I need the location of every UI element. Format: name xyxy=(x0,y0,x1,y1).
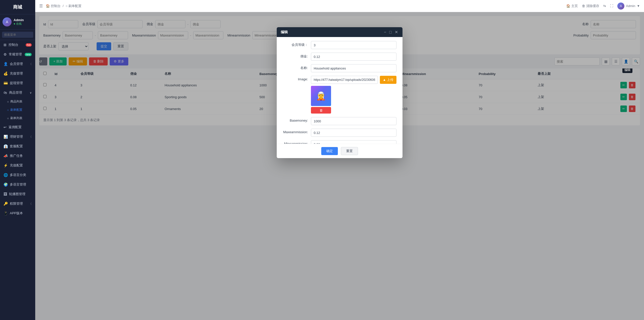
image-preview xyxy=(311,86,331,106)
finance-icon: 📊 xyxy=(4,135,8,139)
avatar: A xyxy=(3,17,12,26)
modal-header-actions: − □ ✕ xyxy=(383,30,398,34)
sidebar-item-label: 多语言管理 xyxy=(10,182,26,187)
sidebar-item-multilang-cat[interactable]: 🌐 多语言分类 xyxy=(0,170,35,180)
modal-minearnmission-content xyxy=(311,140,396,144)
chevron-icon: 〈 xyxy=(29,62,32,66)
finance-chevron-icon: 〈 xyxy=(29,135,32,139)
modal-confirm-btn[interactable]: 确定 xyxy=(321,147,338,155)
sidebar-sub-label: 刷单列表 xyxy=(10,116,22,120)
sidebar-item-member[interactable]: 👤 会员管理 〈 xyxy=(0,59,35,69)
general-icon: ⚙ xyxy=(4,52,7,56)
delete-icon: 🗑 xyxy=(319,109,323,112)
sidebar-item-app-version[interactable]: 📱 APP版本 xyxy=(0,208,35,218)
fullscreen-icon: ⛶ xyxy=(610,4,613,8)
sidebar-item-promote[interactable]: 📣 推广任务 xyxy=(0,151,35,161)
sidebar-item-label: 充值管理 xyxy=(10,71,23,76)
user-status: ● 在线 xyxy=(14,22,24,26)
sidebar-item-general[interactable]: ⚙ 常规管理 new xyxy=(0,50,35,59)
promote-icon: 📣 xyxy=(4,154,8,158)
sidebar-sub-label: 刷单配置 xyxy=(10,108,22,112)
admin-expand-icon: ▼ xyxy=(637,4,640,8)
sidebar-item-label: 推广任务 xyxy=(10,154,23,158)
sidebar-item-recharge[interactable]: 💰 充值管理 xyxy=(0,69,35,78)
admin-info[interactable]: A Admin ▼ xyxy=(617,3,640,10)
modal-commission-label: 佣金: xyxy=(283,53,308,59)
sidebar-item-recharge-config[interactable]: ⚡ 充值配置 xyxy=(0,161,35,170)
menu-toggle-icon[interactable]: ☰ xyxy=(39,4,43,8)
sidebar-item-label: 常规管理 xyxy=(9,52,22,57)
modal-form-row-image: Image: ▲ 上传 🗑 xyxy=(283,76,396,114)
sidebar-item-label: 返佣配置 xyxy=(9,125,22,129)
modal-name-input[interactable] xyxy=(311,64,396,72)
sidebar-item-label: 多语言分类 xyxy=(10,173,26,177)
sidebar-user: A Admin ● 在线 xyxy=(0,14,35,30)
sidebar-item-order-config[interactable]: ○ 刷单配置 xyxy=(0,106,35,114)
sidebar-menu: ⊞ 控制台 hot ⚙ 常规管理 new 👤 会员管理 〈 💰 充值管理 💳 提… xyxy=(0,40,35,320)
upload-btn[interactable]: ▲ 上传 xyxy=(380,76,396,84)
sidebar-item-goods[interactable]: 🛍 商品管理 ∨ xyxy=(0,88,35,97)
modal-minimize-btn[interactable]: − xyxy=(383,30,387,34)
new-badge: new xyxy=(25,53,32,56)
modal-form-row-maxearnmission: Maxearnmission: xyxy=(283,129,396,137)
modal-member-level-content xyxy=(311,41,396,49)
modal-maxearnmission-input[interactable] xyxy=(311,129,396,137)
sidebar-item-label: 控制台 xyxy=(9,43,18,47)
modal-maxearnmission-content xyxy=(311,129,396,137)
breadcrumb-home[interactable]: 🏠 控制台 xyxy=(46,4,61,8)
user-info: Admin ● 在线 xyxy=(14,18,24,26)
order-list-icon: ○ xyxy=(7,117,9,120)
minimize-icon: − xyxy=(384,30,386,34)
modal-member-level-label: 会员等级： xyxy=(283,41,308,47)
sidebar-item-dashboard[interactable]: ⊞ 控制台 hot xyxy=(0,40,35,50)
transfer-icon: ⇆ xyxy=(603,4,606,8)
goods-icon: 🛍 xyxy=(4,91,7,95)
breadcrumb-sep: / xyxy=(63,4,64,8)
sidebar-item-withdraw[interactable]: 💳 提现管理 xyxy=(0,78,35,88)
modal-form-row-basemoney: Basemoney: xyxy=(283,117,396,125)
clear-cache-btn[interactable]: 🗑 清除缓存 xyxy=(582,4,599,8)
sidebar-search-input[interactable] xyxy=(2,32,33,38)
main-content: ☰ 🏠 控制台 / ○ 刷单配置 🏠 主页 🗑 清除缓存 xyxy=(35,0,644,320)
modal-header: 编辑 − □ ✕ xyxy=(277,27,403,37)
transfer-btn[interactable]: ⇆ xyxy=(603,4,606,8)
current-page-icon: ○ xyxy=(66,4,68,8)
image-url-input[interactable] xyxy=(311,76,378,84)
modal-close-btn[interactable]: ✕ xyxy=(394,30,398,34)
upload-row: ▲ 上传 xyxy=(311,76,396,84)
sidebar-item-multilang[interactable]: 🌍 多语言管理 xyxy=(0,180,35,189)
sidebar-item-cashback[interactable]: ↩ 返佣配置 xyxy=(0,122,35,132)
sidebar-item-order-list[interactable]: ○ 刷单列表 xyxy=(0,114,35,122)
hot-badge: hot xyxy=(26,43,32,47)
modal-minearnmission-input[interactable] xyxy=(311,140,396,144)
clear-cache-icon: 🗑 xyxy=(582,4,585,8)
page-body: Id 会员等级 佣金 - 名称 xyxy=(35,12,644,320)
header-home-btn[interactable]: 🏠 主页 xyxy=(566,4,578,8)
recharge-icon: 💰 xyxy=(4,72,8,76)
admin-name: Admin xyxy=(626,4,635,8)
fullscreen-btn[interactable]: ⛶ xyxy=(610,4,613,8)
sidebar-item-finance[interactable]: 📊 理财管理 〈 xyxy=(0,132,35,141)
delete-image-btn[interactable]: 🗑 xyxy=(311,107,331,114)
modal-form-row-commission: 佣金: xyxy=(283,53,396,61)
sidebar-logo: 商城 xyxy=(0,0,35,14)
modal-form-row-name: 名称: xyxy=(283,64,396,72)
sidebar-item-carousel[interactable]: 🖼 轮播图管理 xyxy=(0,189,35,199)
modal-basemoney-label: Basemoney: xyxy=(283,117,308,122)
image-preview-container: 🗑 xyxy=(311,86,331,114)
sidebar-item-label: 会员管理 xyxy=(10,62,23,66)
sidebar-item-permission[interactable]: 🔑 权限管理 〈 xyxy=(0,199,35,208)
sidebar-item-label: 提现管理 xyxy=(10,81,23,85)
modal-basemoney-input[interactable] xyxy=(311,117,396,125)
header-home-icon: 🏠 xyxy=(566,4,570,8)
sidebar-item-label: APP版本 xyxy=(10,211,23,216)
sidebar-item-label: 理财管理 xyxy=(10,134,23,139)
sidebar-item-goods-list[interactable]: ○ 商品列表 xyxy=(0,97,35,106)
sidebar-item-suit[interactable]: 👔 套服配置 xyxy=(0,141,35,151)
modal-maximize-btn[interactable]: □ xyxy=(389,30,392,34)
breadcrumb-current: ○ 刷单配置 xyxy=(66,4,82,8)
modal-member-level-input[interactable] xyxy=(311,41,396,49)
modal-body: 会员等级： 佣金: 名称: xyxy=(277,37,403,144)
modal-reset-btn[interactable]: 重置 xyxy=(341,147,358,155)
modal-commission-input[interactable] xyxy=(311,53,396,61)
